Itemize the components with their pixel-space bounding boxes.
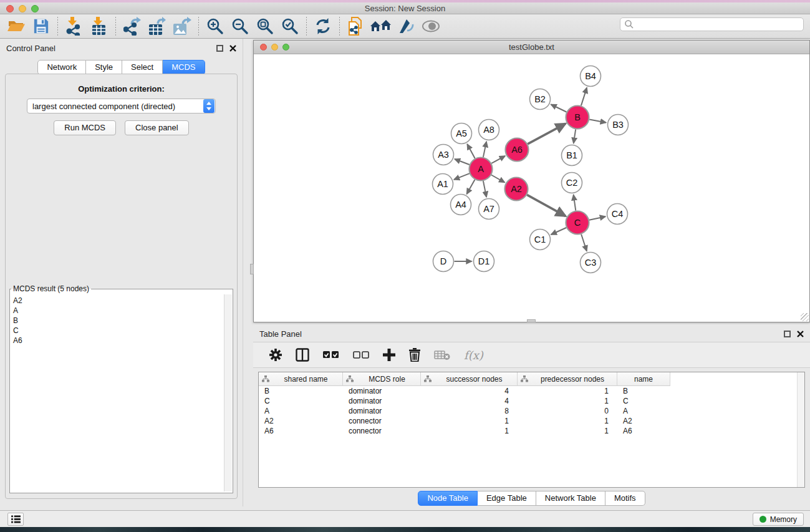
table-cell[interactable]: A [617,407,670,415]
table-cell[interactable]: 1 [518,397,617,405]
network-canvas[interactable]: B4B2BB3A5A8A6A3B1AC2A1A2A4A7C4CC1DD1C3 [254,55,809,322]
edge-B-B1[interactable] [574,129,576,143]
edge-A-A3[interactable] [455,159,470,165]
column-header-successor-nodes[interactable]: successor nodes [421,372,518,386]
edge-A-A1[interactable] [454,173,470,180]
select-all-button[interactable] [323,351,339,359]
mcds-result-item[interactable]: A2 [13,296,223,306]
graph-node-A7[interactable]: A7 [479,199,499,220]
column-header-predecessor-nodes[interactable]: predecessor nodes [518,372,617,386]
memory-button[interactable]: Memory [753,513,804,526]
graph-node-A[interactable]: A [470,158,493,181]
graph-node-C1[interactable]: C1 [530,230,551,250]
zoom-fit-button[interactable] [253,16,277,36]
mcds-result-list[interactable]: A2ABCA6 [11,294,223,491]
network-hscroll-thumb[interactable] [527,319,536,322]
table-cell[interactable]: 1 [518,417,617,425]
table-cell[interactable]: 1 [421,417,518,425]
open-session-button[interactable] [4,16,29,36]
column-header-shared-name[interactable]: shared name [259,372,343,386]
table-cell[interactable]: C [259,397,343,405]
graph-node-A1[interactable]: A1 [433,174,453,195]
edge-C-C1[interactable] [551,228,566,235]
table-cell[interactable]: connector [343,427,421,435]
home-layout-button[interactable] [369,16,393,36]
table-cell[interactable]: A2 [259,417,343,425]
tab-network[interactable]: Network [37,60,86,75]
float-table-panel-icon[interactable] [784,331,791,337]
criterion-dropdown[interactable]: largest connected component (directed) [27,99,216,114]
edge-A-A5[interactable] [467,144,475,158]
import-table-button[interactable] [87,16,112,36]
network-graph[interactable]: B4B2BB3A5A8A6A3B1AC2A1A2A4A7C4CC1DD1C3 [254,55,809,322]
graph-node-C3[interactable]: C3 [581,253,601,273]
edge-A2-C[interactable] [527,195,566,216]
table-cell[interactable]: 8 [421,407,518,415]
edge-B-B2[interactable] [551,105,567,112]
maximize-window-icon[interactable] [31,5,39,12]
table-cell[interactable]: 4 [421,387,518,395]
add-row-button[interactable] [383,349,395,361]
graph-node-A2[interactable]: A2 [505,178,528,201]
tab-style[interactable]: Style [86,60,122,75]
table-cell[interactable]: A [259,407,343,415]
table-cell[interactable]: C [617,397,670,405]
table-cell[interactable]: dominator [343,387,421,395]
table-cell[interactable]: A6 [259,427,343,435]
table-cell[interactable]: dominator [343,407,421,415]
edge-A-A4[interactable] [467,180,475,194]
mcds-result-item[interactable]: B [13,316,223,326]
edge-C-C2[interactable] [574,195,576,210]
edge-A-A8[interactable] [483,142,486,157]
zoom-in-button[interactable] [203,16,228,36]
eye-button[interactable] [418,16,443,36]
graph-node-B3[interactable]: B3 [608,115,629,135]
close-panel-button[interactable]: Close panel [125,120,189,135]
edge-B-B4[interactable] [581,88,587,106]
network-vscroll-thumb[interactable] [250,264,254,274]
refresh-layout-button[interactable] [311,16,335,36]
table-cell[interactable]: dominator [343,397,421,405]
table-tab-motifs[interactable]: Motifs [605,491,645,506]
function-builder-button[interactable]: f(x) [464,349,483,362]
graph-node-C[interactable]: C [566,211,589,235]
zoom-out-button[interactable] [228,16,253,36]
table-cell[interactable]: 1 [518,387,617,395]
minimize-network-icon[interactable] [271,44,278,51]
zoom-selected-button[interactable] [277,16,302,36]
table-cell[interactable]: A2 [617,417,670,425]
table-tab-network-table[interactable]: Network Table [536,491,605,506]
edge-A-A2[interactable] [491,175,504,183]
table-settings-button[interactable] [269,349,282,361]
column-button[interactable] [296,348,309,362]
tab-select[interactable]: Select [122,60,163,75]
graph-node-C4[interactable]: C4 [607,204,628,225]
graph-node-A5[interactable]: A5 [451,123,472,144]
graph-node-B4[interactable]: B4 [581,66,601,87]
close-window-icon[interactable] [6,5,14,12]
column-header-MCDS-role[interactable]: MCDS role [343,372,421,386]
table-cell[interactable]: 4 [421,397,518,405]
resize-grip-icon[interactable] [801,313,809,321]
table-cell[interactable]: connector [343,417,421,425]
graph-node-A4[interactable]: A4 [451,195,471,215]
minimize-window-icon[interactable] [19,5,26,12]
graph-node-A8[interactable]: A8 [479,120,499,140]
maximize-network-icon[interactable] [282,44,289,51]
edge-C-C4[interactable] [589,216,605,220]
table-row[interactable]: Adominator80A [259,406,804,416]
import-network-button[interactable] [62,16,87,36]
table-cell[interactable]: 0 [518,407,617,415]
table-scrollbar[interactable] [797,372,804,487]
close-table-panel-icon[interactable] [797,331,804,337]
close-network-icon[interactable] [260,44,267,51]
task-history-button[interactable] [7,513,24,526]
graph-node-D1[interactable]: D1 [474,251,494,272]
search-input[interactable] [620,17,804,31]
graph-node-B[interactable]: B [566,106,589,129]
edge-C-C3[interactable] [581,235,587,251]
table-row[interactable]: Cdominator41C [259,396,804,406]
graph-node-C2[interactable]: C2 [562,173,582,193]
graph-node-B2[interactable]: B2 [530,89,551,110]
delete-row-button[interactable] [409,348,420,362]
